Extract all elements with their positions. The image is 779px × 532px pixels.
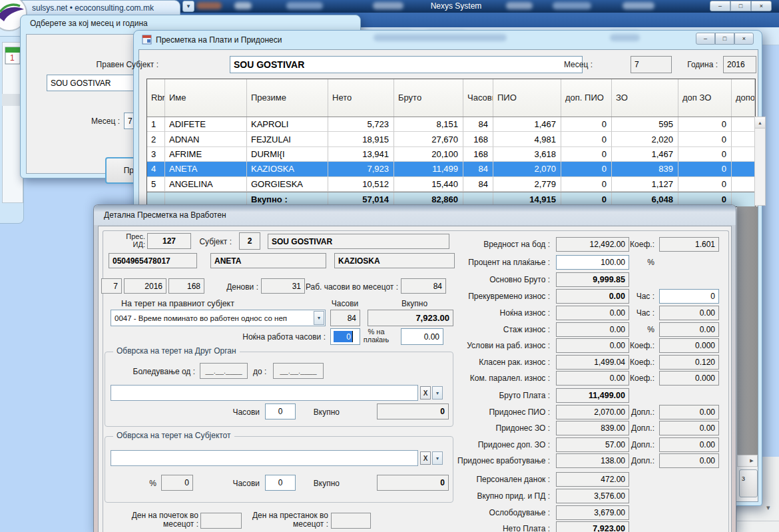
calc-subvalue: 0 xyxy=(710,292,715,301)
calc-row-label: Нето Плата : xyxy=(419,524,550,532)
calc-subvalue: 0.000 xyxy=(695,341,715,350)
calc-row-label: Придонес вработување : xyxy=(419,456,550,465)
calc-value: 7,923.00 xyxy=(593,524,625,532)
calc-subvalue: 0.00 xyxy=(700,456,715,465)
calc-row-label: Вредност на бод : xyxy=(419,240,550,249)
calc-row-sublabel: % xyxy=(609,325,654,334)
calc-value: 11,499.00 xyxy=(589,391,625,400)
calc-subvalue: 0.00 xyxy=(700,325,715,334)
calc-subvalue-field: 0.00 xyxy=(659,437,719,452)
calc-row-sublabel: Коеф.: xyxy=(609,374,654,383)
calc-row-label: Услови на раб. износ : xyxy=(419,341,550,350)
calc-row-label: Процент на плаќање : xyxy=(419,258,550,267)
calc-subvalue-field: 0.000 xyxy=(659,371,719,386)
calc-value: 9,999.85 xyxy=(593,275,625,284)
calc-subvalue: 0.00 xyxy=(700,407,715,417)
detail-window-layer: Детална Пресметка на Вработен Прес. ИД: … xyxy=(0,0,779,532)
calc-subvalue: 1.601 xyxy=(695,240,715,249)
calc-row-sublabel: Допл.: xyxy=(609,407,654,417)
calc-row-label: Бруто Плата : xyxy=(419,391,550,400)
calc-subvalue: 0.00 xyxy=(700,423,715,433)
calc-column: Вредност на бод :12,492.00Коеф.:1.601Про… xyxy=(0,0,779,532)
calc-subvalue-field: 0.00 xyxy=(659,306,719,320)
calc-row-label: Придонес доп. ЗО : xyxy=(419,440,550,449)
calc-row-sublabel: Коеф.: xyxy=(609,358,654,367)
calc-value-field: 3,576.00 xyxy=(556,489,629,503)
calc-subvalue-field: 0.00 xyxy=(659,322,719,337)
calc-subvalue-field: 0.00 xyxy=(659,453,719,468)
calc-subvalue-field[interactable]: 0 xyxy=(659,289,719,304)
calc-value-field: 7,923.00 xyxy=(556,521,629,532)
calc-row-label: Класен рак. износ : xyxy=(419,358,550,367)
calc-row-sublabel: Допл.: xyxy=(609,423,654,433)
calc-row-label: Придонес ПИО : xyxy=(419,407,550,417)
calc-row-sublabel: Допл.: xyxy=(609,440,654,449)
calc-value-field: 3,679.00 xyxy=(556,505,629,520)
calc-value-field: 11,499.00 xyxy=(556,388,629,403)
calc-row-sublabel: Коеф.: xyxy=(609,341,654,350)
calc-value-field: 472.00 xyxy=(556,472,629,487)
calc-subvalue-field: 0.120 xyxy=(659,355,719,370)
calc-row-label: Стаж износ : xyxy=(419,325,550,334)
calc-row-label: Основно Бруто : xyxy=(419,275,550,284)
calc-row-label: Ослободување : xyxy=(419,508,550,517)
calc-subvalue-field: 0.00 xyxy=(659,405,719,419)
calc-value: 472.00 xyxy=(601,475,625,484)
calc-value: 3,679.00 xyxy=(594,508,625,517)
calc-row-sublabel: Час : xyxy=(609,308,654,318)
calc-row-label: Ком. паралел. износ : xyxy=(419,374,550,383)
calc-row-sublabel: % xyxy=(609,258,654,267)
calc-subvalue-field: 0.000 xyxy=(659,338,719,353)
calc-row-label: Придонес ЗО : xyxy=(419,423,550,433)
calc-value: 3,576.00 xyxy=(594,491,625,501)
calc-row-sublabel: Час : xyxy=(609,292,654,301)
calc-value-field: 9,999.85 xyxy=(556,272,629,287)
calc-row-label: Персонален данок : xyxy=(419,475,550,484)
calc-subvalue-field: 1.601 xyxy=(659,237,719,252)
calc-subvalue-field: 0.00 xyxy=(659,421,719,435)
calc-row-label: Прекувремено износ : xyxy=(419,292,550,301)
calc-subvalue: 0.00 xyxy=(700,440,715,449)
calc-row-label: Ноќна износ : xyxy=(419,308,550,318)
calc-subvalue: 0.120 xyxy=(695,358,715,367)
calc-row-label: Вкупно прид. и ПД : xyxy=(419,491,550,501)
calc-subvalue: 0.00 xyxy=(700,308,715,318)
calc-row-sublabel: Коеф.: xyxy=(609,240,654,249)
calc-subvalue: 0.000 xyxy=(695,374,715,383)
calc-row-sublabel: Допл.: xyxy=(609,456,654,465)
